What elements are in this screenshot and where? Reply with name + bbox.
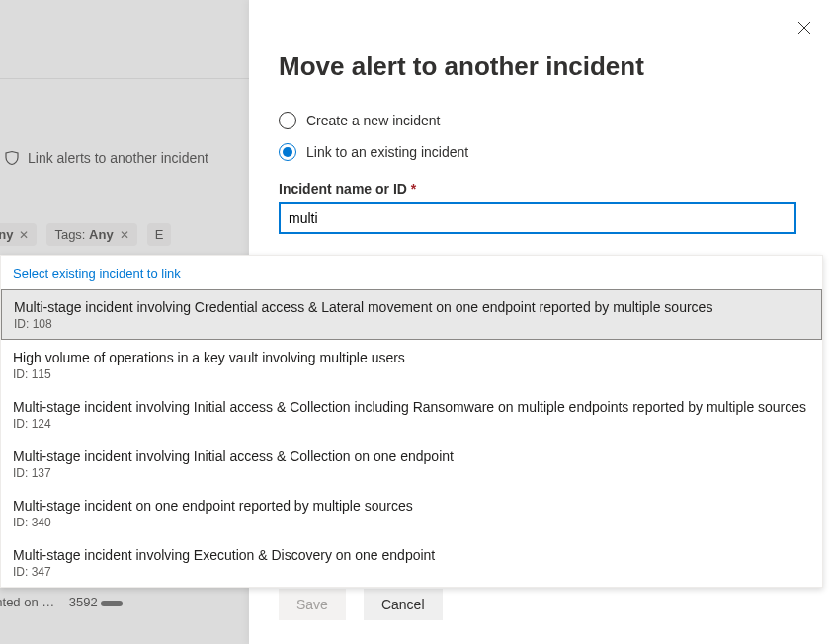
incident-name-field-label: Incident name or ID * [279, 181, 832, 197]
suggestion-id: ID: 115 [13, 367, 810, 381]
cancel-button[interactable]: Cancel [364, 589, 443, 620]
suggestion-id: ID: 137 [13, 466, 810, 480]
suggestion-id: ID: 108 [14, 317, 809, 331]
suggestion-item[interactable]: Multi-stage incident involving Execution… [1, 537, 822, 587]
suggestion-item[interactable]: Multi-stage incident involving Credentia… [1, 289, 822, 340]
radio-icon [279, 112, 296, 129]
suggestion-title: High volume of operations in a key vault… [13, 350, 810, 365]
required-mark: * [411, 181, 416, 197]
radio-link-existing-incident[interactable]: Link to an existing incident [279, 143, 832, 161]
suggestion-id: ID: 340 [13, 516, 810, 529]
radio-label: Link to an existing incident [306, 144, 468, 160]
close-button[interactable] [792, 16, 816, 40]
panel-title: Move alert to another incident [279, 51, 832, 82]
suggestion-title: Multi-stage incident involving Execution… [13, 547, 810, 563]
suggestion-item[interactable]: High volume of operations in a key vault… [1, 340, 822, 389]
incident-suggestions-dropdown: Select existing incident to link Multi-s… [0, 255, 823, 588]
suggestion-title: Multi-stage incident involving Credentia… [14, 299, 809, 315]
link-option-radiogroup: Create a new incident Link to an existin… [279, 112, 832, 161]
suggestion-id: ID: 124 [13, 417, 810, 431]
close-icon [797, 21, 811, 35]
suggestion-id: ID: 347 [13, 565, 810, 579]
dropdown-header: Select existing incident to link [1, 256, 822, 290]
radio-icon [279, 143, 296, 161]
incident-search-input[interactable] [279, 202, 796, 234]
suggestion-title: Multi-stage incident involving Initial a… [13, 448, 810, 464]
suggestion-title: Multi-stage incident involving Initial a… [13, 399, 810, 415]
suggestion-item[interactable]: Multi-stage incident on one endpoint rep… [1, 488, 822, 537]
radio-create-new-incident[interactable]: Create a new incident [279, 112, 832, 129]
suggestion-title: Multi-stage incident on one endpoint rep… [13, 498, 810, 514]
radio-label: Create a new incident [306, 113, 440, 128]
suggestion-item[interactable]: Multi-stage incident involving Initial a… [1, 389, 822, 439]
suggestion-item[interactable]: Multi-stage incident involving Initial a… [1, 439, 822, 488]
save-button[interactable]: Save [279, 589, 346, 620]
